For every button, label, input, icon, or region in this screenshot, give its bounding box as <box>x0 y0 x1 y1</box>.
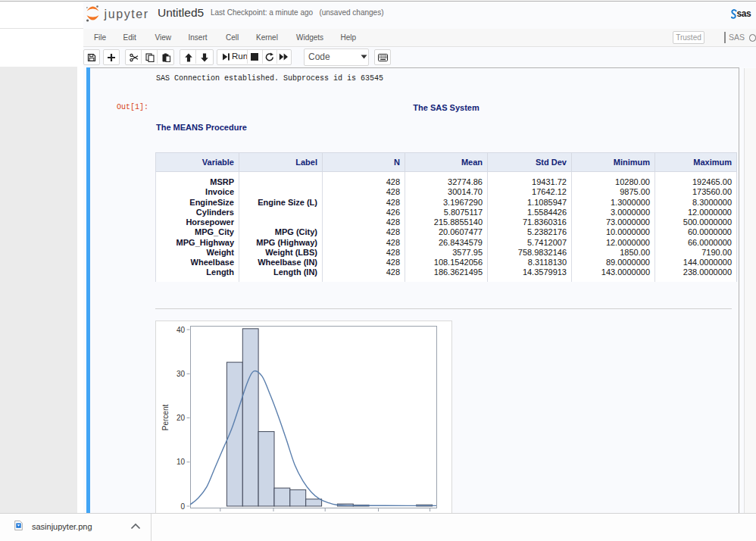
svg-text:40: 40 <box>177 326 186 334</box>
svg-text:Percent: Percent <box>161 405 170 431</box>
svg-text:20: 20 <box>177 414 186 422</box>
svg-text:10: 10 <box>177 458 186 466</box>
svg-text:0: 0 <box>180 502 185 511</box>
svg-text:30: 30 <box>177 370 186 378</box>
